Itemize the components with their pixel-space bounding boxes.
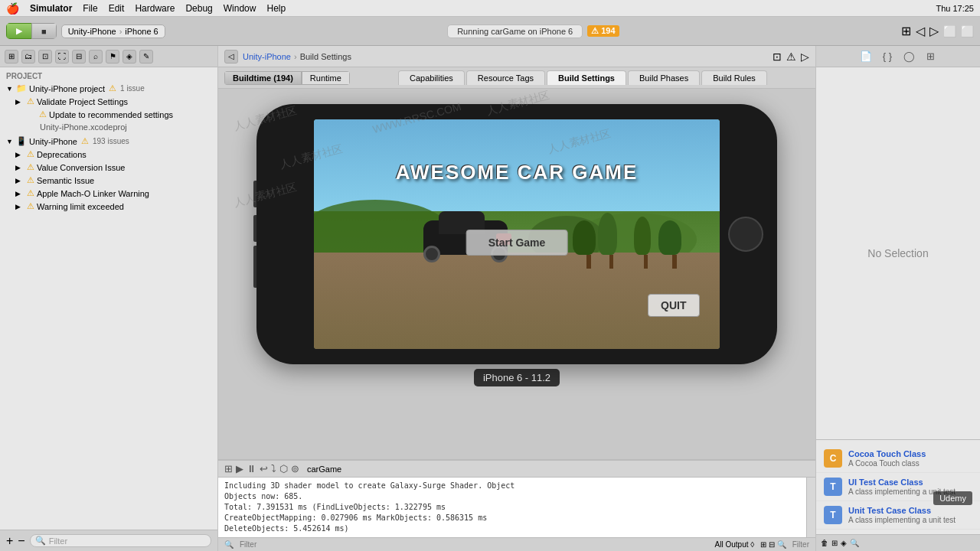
right-bottom-icon-4[interactable]: 🔍: [850, 539, 859, 547]
tree-item-xcodeproj[interactable]: Unity-iPhone.xcodeproj: [0, 121, 217, 133]
toolbar-icon-5[interactable]: ⬜: [961, 25, 974, 37]
tab-capabilities[interactable]: Capabilities: [398, 70, 465, 85]
nav-path-1[interactable]: Unity-iPhone: [243, 52, 291, 61]
log-icon-step[interactable]: ↩: [260, 463, 268, 474]
right-bottom-icon-3[interactable]: ◈: [841, 539, 847, 547]
sidebar-icon-2[interactable]: 🗂: [21, 50, 35, 64]
project-header: PROJECT: [0, 70, 217, 82]
tab-build-rules[interactable]: Build Rules: [701, 70, 767, 85]
wl-arrow: ▶: [15, 203, 23, 210]
tree-item-warning-limit[interactable]: ▶ ⚠ Warning limit exceeded: [0, 200, 217, 213]
bottom-icons: ⊞ ⊟ 🔍: [760, 540, 786, 549]
val-warning-icon: ⚠: [27, 162, 34, 172]
menu-debug[interactable]: Debug: [185, 3, 212, 14]
right-bottom-icon-2[interactable]: ⊞: [831, 539, 838, 547]
toolbar-icon-4[interactable]: ⬜: [943, 25, 956, 37]
apple-menu[interactable]: 🍎: [6, 2, 19, 15]
tree-item-update[interactable]: ⚠ Update to recommended settings: [0, 108, 217, 121]
log-scrollbar[interactable]: [806, 478, 815, 537]
update-label: Update to recommended settings: [49, 110, 173, 119]
tab-build-settings[interactable]: Build Settings: [547, 70, 626, 85]
lin-warning-icon: ⚠: [27, 188, 34, 198]
sidebar-icon-8[interactable]: ◈: [122, 50, 136, 64]
sidebar-icon-6[interactable]: ⌕: [89, 50, 103, 64]
lin-arrow: ▶: [15, 190, 23, 197]
start-game-button[interactable]: Start Game: [466, 230, 568, 256]
toolbar-icon-2[interactable]: ◁: [916, 24, 925, 38]
right-icon-file[interactable]: 📄: [858, 49, 874, 64]
log-icon-pause[interactable]: ⏸: [247, 463, 256, 474]
toolbar-icon-1[interactable]: ⊞: [901, 24, 911, 38]
right-icon-grid[interactable]: ⊞: [923, 49, 938, 64]
cocoa-class-desc: A Cocoa Touch class: [848, 459, 972, 468]
unit-class-desc: A class implementing a unit test: [848, 516, 972, 524]
sidebar-icon-1[interactable]: ⊞: [5, 50, 18, 64]
right-bottom-icon-1[interactable]: 🗑: [821, 539, 828, 547]
nav-icon-back[interactable]: ◁: [224, 50, 238, 64]
log-icon-1[interactable]: ⊞: [224, 463, 233, 474]
sidebar-icon-7[interactable]: ⚑: [106, 50, 119, 64]
log-icon-7[interactable]: ⊚: [291, 463, 299, 474]
tree-item-target[interactable]: ▼ 📱 Unity-iPhone ⚠ 193 issues: [0, 135, 217, 148]
cocoa-class-icon: C: [824, 449, 842, 468]
sidebar-icon-5[interactable]: ⊟: [72, 50, 86, 64]
buildtime-btn[interactable]: Buildtime (194): [224, 71, 302, 85]
project-issue-count: 1 issue: [120, 84, 145, 93]
remove-icon[interactable]: −: [18, 534, 24, 548]
tab-build-phases[interactable]: Build Phases: [628, 70, 700, 85]
device-label-tooltip: iPhone 6 - 11.2: [474, 369, 560, 386]
menu-window[interactable]: Window: [224, 3, 256, 14]
sidebar-filter[interactable]: 🔍 Filter: [30, 534, 211, 547]
toolbar-icon-3[interactable]: ▷: [929, 24, 939, 38]
nav-right-icon-2[interactable]: ⚠: [786, 51, 796, 63]
validate-label: Validate Project Settings: [37, 97, 128, 106]
bottom-filter-2[interactable]: Filter: [792, 540, 809, 549]
tree-item-project[interactable]: ▼ 📁 Unity-iPhone project ⚠ 1 issue: [0, 82, 217, 95]
center-main: 人人素材社区 WWW.RRSC.COM 人人素材社区 人人素材社区 人人素材社区…: [218, 89, 815, 551]
run-button[interactable]: ▶: [6, 23, 31, 39]
nav-path-2: Build Settings: [300, 52, 351, 61]
sidebar-tree: PROJECT ▼ 📁 Unity-iPhone project ⚠ 1 iss…: [0, 67, 217, 530]
bottom-all-output[interactable]: All Output ◊: [715, 540, 755, 549]
menu-file[interactable]: File: [83, 3, 97, 14]
nav-right-icon-1[interactable]: ⊡: [773, 51, 782, 63]
right-icon-brace[interactable]: { }: [880, 49, 895, 64]
right-icon-circle[interactable]: ◯: [901, 49, 916, 64]
tree-item-semantic[interactable]: ▶ ⚠ Semantic Issue: [0, 174, 217, 187]
menu-edit[interactable]: Edit: [109, 3, 125, 14]
log-icon-6[interactable]: ⬡: [279, 463, 288, 474]
tree-item-linker[interactable]: ▶ ⚠ Apple Mach-O Linker Warning: [0, 187, 217, 200]
udemy-watermark: Udemy: [933, 491, 972, 505]
menu-help[interactable]: Help: [266, 3, 286, 14]
class-item-cocoa[interactable]: C Cocoa Touch Class A Cocoa Touch class: [816, 445, 980, 473]
main-toolbar: ▶ ■ Unity-iPhone › iPhone 6 Running carG…: [0, 17, 980, 46]
sidebar-icon-9[interactable]: ✎: [139, 50, 153, 64]
tree-item-validate[interactable]: ▶ ⚠ Validate Project Settings: [0, 95, 217, 108]
no-selection-label: No Selection: [816, 67, 980, 439]
nav-right-icon-3[interactable]: ▷: [801, 51, 809, 63]
nav-strip: ◁ Unity-iPhone › Build Settings ⊡ ⚠ ▷: [218, 46, 815, 67]
menu-hardware[interactable]: Hardware: [135, 3, 175, 14]
tab-resource-tags[interactable]: Resource Tags: [466, 70, 545, 85]
tree-item-deprecations[interactable]: ▶ ⚠ Deprecations: [0, 148, 217, 161]
runtime-btn[interactable]: Runtime: [302, 71, 350, 85]
stop-button[interactable]: ■: [31, 23, 57, 39]
iphone-screen: AWESOME CAR GAME Start Game QUIT: [314, 119, 720, 349]
iphone-home-btn[interactable]: [728, 217, 763, 252]
classes-list: C Cocoa Touch Class A Cocoa Touch class …: [816, 439, 980, 534]
bottom-section: ⊞ ▶ ⏸ ↩ ⤵ ⬡ ⊚ carGame Including 3D shade…: [218, 459, 815, 551]
class-item-unit[interactable]: T Unit Test Case Class A class implement…: [816, 501, 980, 530]
menu-simulator[interactable]: Simulator: [30, 3, 72, 14]
log-icon-5[interactable]: ⤵: [271, 463, 276, 474]
log-line-5: DeleteObjects: 5.452614 ms): [224, 523, 800, 534]
car-wheel-left: [423, 246, 440, 262]
scheme-selector[interactable]: Unity-iPhone › iPhone 6: [61, 24, 165, 38]
sidebar-icon-3[interactable]: ⊡: [38, 50, 52, 64]
tree-item-value-conv[interactable]: ▶ ⚠ Value Conversion Issue: [0, 161, 217, 174]
add-icon[interactable]: +: [6, 534, 13, 548]
log-icon-play[interactable]: ▶: [236, 463, 243, 474]
log-line-3: Total: 7.391531 ms (FindLiveObjects: 1.3…: [224, 502, 800, 513]
lin-label: Apple Mach-O Linker Warning: [37, 189, 149, 198]
sidebar-icon-4[interactable]: ⛶: [55, 50, 69, 64]
quit-button[interactable]: QUIT: [648, 294, 699, 317]
